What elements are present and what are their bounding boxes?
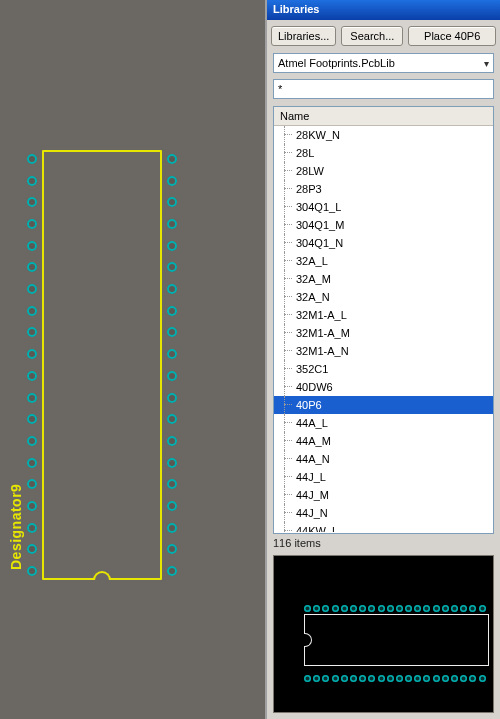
- list-item[interactable]: 32M1-A_L: [274, 306, 493, 324]
- list-item[interactable]: 44KW_L: [274, 522, 493, 532]
- pad: [27, 501, 37, 511]
- component-outline: [42, 150, 162, 580]
- filter-input[interactable]: *: [273, 79, 494, 99]
- pad: [167, 414, 177, 424]
- preview-pad: [332, 675, 339, 682]
- preview-pad: [451, 605, 458, 612]
- list-item[interactable]: 40DW6: [274, 378, 493, 396]
- preview-pad: [479, 605, 486, 612]
- search-button[interactable]: Search...: [341, 26, 403, 46]
- preview-pad: [359, 675, 366, 682]
- list-item[interactable]: 304Q1_N: [274, 234, 493, 252]
- list-item[interactable]: 44J_L: [274, 468, 493, 486]
- pad: [27, 154, 37, 164]
- preview-pad: [378, 605, 385, 612]
- list-item[interactable]: 32M1-A_M: [274, 324, 493, 342]
- preview-pad: [451, 675, 458, 682]
- pad: [27, 284, 37, 294]
- preview-pad: [423, 605, 430, 612]
- preview-pad: [304, 605, 311, 612]
- panel-title: Libraries: [267, 0, 500, 20]
- footprint-preview[interactable]: [273, 555, 494, 713]
- preview-pad: [433, 675, 440, 682]
- pad: [167, 262, 177, 272]
- preview-pad: [332, 605, 339, 612]
- footprint-list: Name 28KW_N28L28LW28P3304Q1_L304Q1_M304Q…: [273, 106, 494, 534]
- preview-pad: [405, 605, 412, 612]
- list-item[interactable]: 304Q1_L: [274, 198, 493, 216]
- column-header-name[interactable]: Name: [274, 107, 493, 126]
- pad: [27, 262, 37, 272]
- pad: [167, 566, 177, 576]
- list-item[interactable]: 352C1: [274, 360, 493, 378]
- list-item[interactable]: 44J_N: [274, 504, 493, 522]
- status-text: 116 items: [267, 534, 500, 553]
- preview-pads-bottom: [304, 672, 489, 684]
- list-item[interactable]: 28P3: [274, 180, 493, 198]
- preview-pad: [341, 605, 348, 612]
- pad: [167, 176, 177, 186]
- list-item[interactable]: 28L: [274, 144, 493, 162]
- preview-pad: [396, 675, 403, 682]
- pad: [167, 284, 177, 294]
- pad: [167, 544, 177, 554]
- preview-pad: [433, 605, 440, 612]
- library-dropdown-value: Atmel Footprints.PcbLib: [278, 57, 395, 69]
- pad: [167, 436, 177, 446]
- pad: [27, 566, 37, 576]
- preview-pad: [368, 605, 375, 612]
- pad: [27, 414, 37, 424]
- pad: [27, 176, 37, 186]
- list-item[interactable]: 32A_L: [274, 252, 493, 270]
- pad: [167, 197, 177, 207]
- pad: [167, 306, 177, 316]
- list-item[interactable]: 32A_N: [274, 288, 493, 306]
- filter-value: *: [278, 83, 282, 95]
- pin1-notch: [93, 571, 111, 580]
- preview-outline: [304, 614, 489, 666]
- preview-pads-top: [304, 602, 489, 614]
- preview-pad: [469, 675, 476, 682]
- list-item[interactable]: 44A_L: [274, 414, 493, 432]
- list-item[interactable]: 40P6: [274, 396, 493, 414]
- preview-pad: [322, 675, 329, 682]
- place-button[interactable]: Place 40P6: [408, 26, 496, 46]
- libraries-button[interactable]: Libraries...: [271, 26, 336, 46]
- footprint-list-items[interactable]: 28KW_N28L28LW28P3304Q1_L304Q1_M304Q1_N32…: [274, 126, 493, 532]
- list-item[interactable]: 32A_M: [274, 270, 493, 288]
- list-item[interactable]: 32M1-A_N: [274, 342, 493, 360]
- pad: [167, 393, 177, 403]
- pad: [27, 436, 37, 446]
- preview-pad: [423, 675, 430, 682]
- footprint-40p6: [27, 150, 177, 580]
- pad: [27, 306, 37, 316]
- pad: [27, 371, 37, 381]
- pcb-editor-canvas[interactable]: Designator9: [0, 0, 265, 719]
- list-item[interactable]: 28LW: [274, 162, 493, 180]
- preview-pad: [442, 605, 449, 612]
- list-item[interactable]: 44J_M: [274, 486, 493, 504]
- preview-pad: [304, 675, 311, 682]
- preview-pad: [396, 605, 403, 612]
- preview-pad: [479, 675, 486, 682]
- pad: [27, 479, 37, 489]
- pad: [167, 349, 177, 359]
- preview-pad: [378, 675, 385, 682]
- preview-pad: [387, 605, 394, 612]
- chevron-down-icon: ▾: [484, 58, 489, 69]
- pad: [167, 219, 177, 229]
- pad: [167, 241, 177, 251]
- list-item[interactable]: 44A_N: [274, 450, 493, 468]
- preview-pad: [414, 605, 421, 612]
- pad: [27, 458, 37, 468]
- pad: [27, 197, 37, 207]
- list-item[interactable]: 304Q1_M: [274, 216, 493, 234]
- preview-pad: [322, 605, 329, 612]
- list-item[interactable]: 44A_M: [274, 432, 493, 450]
- list-item[interactable]: 28KW_N: [274, 126, 493, 144]
- pad: [27, 393, 37, 403]
- pad: [27, 241, 37, 251]
- designator-label: Designator9: [8, 484, 24, 570]
- pad: [167, 371, 177, 381]
- library-dropdown[interactable]: Atmel Footprints.PcbLib ▾: [273, 53, 494, 73]
